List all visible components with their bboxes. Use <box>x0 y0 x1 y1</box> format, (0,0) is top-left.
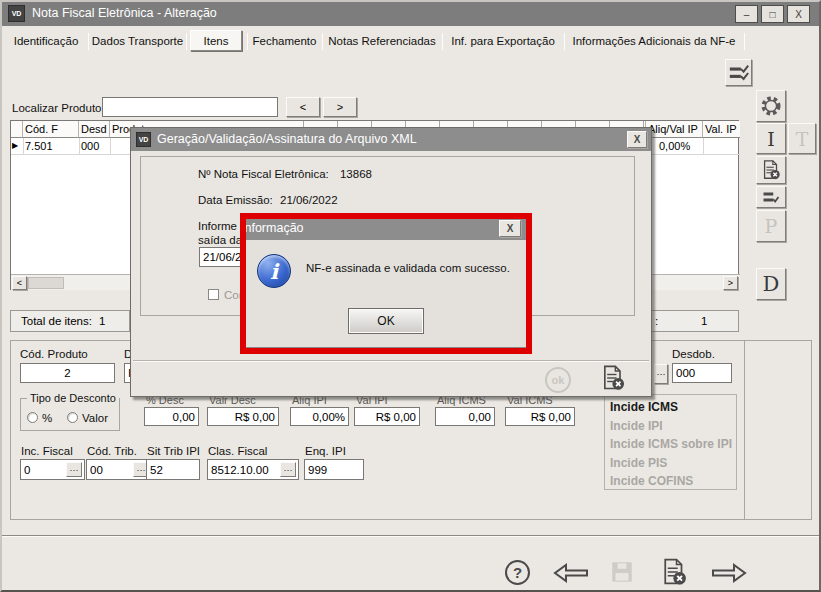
info-popup-close-button[interactable]: X <box>499 220 521 237</box>
xml-dialog-logo-icon: VD <box>136 132 151 147</box>
tax-input-2[interactable]: 0,00% <box>290 407 349 426</box>
radio-valor[interactable] <box>67 412 78 423</box>
tab-itens-active[interactable]: Itens <box>190 30 242 51</box>
dialog-footer-separator <box>133 360 649 361</box>
inc-fiscal-input[interactable]: 0 ··· <box>20 459 85 480</box>
tipo-desconto-legend: Tipo de Desconto <box>27 392 119 404</box>
nf-number-label-text: Nº Nota Fiscal Eletrônica: <box>198 168 329 180</box>
locate-product-label: Localizar Produto <box>12 102 102 115</box>
info-popup-titlebar: Informação X <box>243 216 527 240</box>
next-button[interactable] <box>711 562 747 584</box>
info-popup-ok-button[interactable]: OK <box>348 308 424 334</box>
total-items-value: 1 <box>99 315 105 327</box>
dialog-cancel-document-button[interactable] <box>599 364 627 392</box>
desdob-ellipsis-button[interactable]: ··· <box>654 364 668 384</box>
save-button-disabled <box>609 559 635 585</box>
col-header-aliq[interactable]: Aliq/Val IP <box>646 121 703 138</box>
cell-desd: 000 <box>81 140 99 152</box>
arrow-right-icon <box>711 562 747 584</box>
total-items-label: Total de itens: <box>21 315 92 327</box>
scroll-thumb[interactable] <box>28 277 64 289</box>
save-icon <box>609 559 635 585</box>
enq-ipi-input[interactable]: 999 <box>304 459 364 480</box>
locate-next-button[interactable]: > <box>323 97 357 117</box>
cell-aliq: 0,00% <box>659 140 690 152</box>
radio-percent[interactable] <box>27 412 38 423</box>
tab-separator <box>186 33 187 50</box>
locate-prev-button[interactable]: < <box>286 97 320 117</box>
cell-border <box>110 138 111 155</box>
clas-fiscal-input[interactable]: 8512.10.00 ··· <box>207 459 299 480</box>
clas-fiscal-value: 8512.10.00 <box>211 464 269 476</box>
tax-input-5[interactable]: R$ 0,00 <box>505 407 575 426</box>
tax-input-4[interactable]: 0,00 <box>435 407 495 426</box>
col-header-cod[interactable]: Cód. F <box>23 121 79 138</box>
enq-ipi-label: Enq. IPI <box>305 445 346 458</box>
xml-dialog-close-button[interactable]: X <box>627 131 647 148</box>
considerar-checkbox[interactable] <box>208 289 219 300</box>
tipo-desconto-group: Tipo de Desconto % Valor <box>20 398 120 431</box>
window-title: Nota Fiscal Eletrônica - Alteração <box>32 6 217 20</box>
italic-button[interactable]: I <box>756 123 786 154</box>
tab-fechamento[interactable]: Fechamento <box>248 31 321 51</box>
tab-separator <box>88 33 89 50</box>
emission-date-label: Data Emissão: 21/06/2022 <box>198 194 338 207</box>
incide-ipi: Incide IPI <box>610 419 663 433</box>
locate-product-input[interactable] <box>102 97 278 117</box>
row-selector-icon: ▶ <box>12 141 18 150</box>
cell-border <box>23 138 24 155</box>
col-header-val-ip[interactable]: Val. IP <box>703 121 740 138</box>
col-header-desd[interactable]: Desd <box>79 121 110 138</box>
close-button[interactable]: X <box>787 5 810 23</box>
cod-trib-input[interactable]: 00 ··· <box>86 459 152 480</box>
nf-number-label: Nº Nota Fiscal Eletrônica: 13868 <box>198 168 372 181</box>
desdob-input[interactable]: 000 <box>672 363 732 383</box>
cancel-document-button[interactable] <box>756 156 786 184</box>
tax-input-3[interactable]: R$ 0,00 <box>354 407 420 426</box>
cod-produto-label: Cód. Produto <box>20 348 88 361</box>
tab-notas-referenciadas[interactable]: Notas Referenciadas <box>323 31 441 51</box>
tax-input-0[interactable]: 0,00 <box>144 407 199 426</box>
document-x-icon <box>760 159 782 181</box>
scroll-right-button[interactable]: > <box>723 276 738 290</box>
tab-dados-transporte[interactable]: Dados Transporte <box>90 31 185 51</box>
cod-produto-input[interactable]: 2 <box>20 363 115 383</box>
radio-percent-label: % <box>42 412 52 425</box>
inc-fiscal-ellipsis-button[interactable]: ··· <box>66 462 82 477</box>
sit-trib-ipi-label: Sit Trib IPI <box>147 445 200 458</box>
tab-identificacao[interactable]: Identificação <box>6 31 86 51</box>
validate-list-button[interactable] <box>725 59 752 86</box>
inc-fiscal-value: 0 <box>24 464 30 476</box>
gear-button[interactable] <box>756 90 786 122</box>
arrow-left-icon <box>553 562 589 584</box>
previous-button[interactable] <box>553 562 589 584</box>
d-button[interactable]: D <box>756 268 786 300</box>
maximize-button[interactable]: □ <box>761 5 784 23</box>
minimize-button[interactable]: – <box>735 5 758 23</box>
sit-trib-ipi-input[interactable]: 52 <box>146 459 200 480</box>
tab-inf-exportacao[interactable]: Inf. para Exportação <box>443 31 563 51</box>
dialog-ok-button-disabled: ok <box>545 367 571 393</box>
right-status-colon: : <box>655 315 658 327</box>
cell-cod: 7.501 <box>25 140 53 152</box>
scroll-left-button[interactable]: < <box>12 276 27 290</box>
cell-border <box>79 138 80 155</box>
cod-trib-value: 00 <box>90 464 103 476</box>
check-list-button[interactable] <box>756 186 786 208</box>
radio-valor-label: Valor <box>82 412 108 425</box>
info-popup-title: Informação <box>241 221 304 235</box>
xml-dialog-titlebar: VD Geração/Validação/Assinatura do Arqui… <box>131 128 651 151</box>
cell-border <box>703 138 704 155</box>
list-check-icon <box>728 62 750 84</box>
clas-fiscal-ellipsis-button[interactable]: ··· <box>280 462 296 477</box>
tax-input-1[interactable]: R$ 0,00 <box>207 407 279 426</box>
nf-number-value: 13868 <box>340 168 372 180</box>
app-logo-icon: VD <box>8 5 25 22</box>
help-button[interactable]: ? <box>505 560 530 585</box>
document-x-icon <box>599 364 627 392</box>
incide-icms: Incide ICMS <box>610 400 678 414</box>
text-button-disabled: T <box>788 123 816 154</box>
cancel-note-button[interactable] <box>659 557 689 587</box>
cod-trib-label: Cód. Trib. <box>87 445 137 458</box>
tab-info-adicionais[interactable]: Informações Adicionais da NF-e <box>565 31 743 51</box>
